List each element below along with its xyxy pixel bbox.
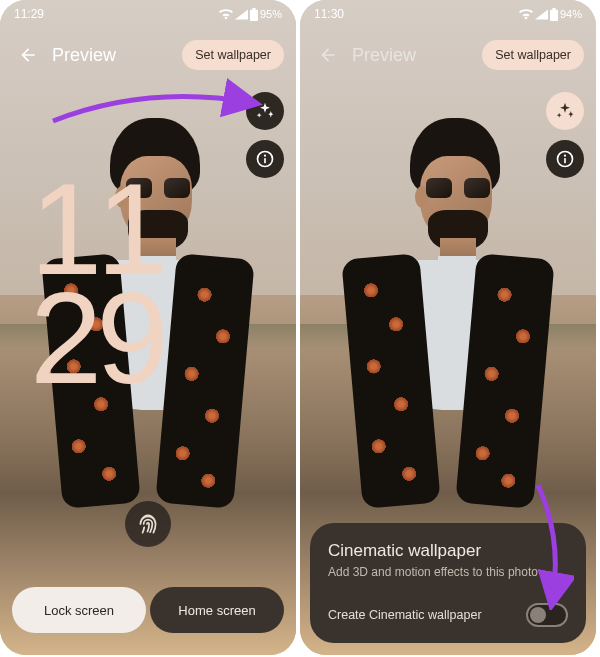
phone-screen-left: 11:29 95% Preview Set wallpaper 11 29 Lo… [0, 0, 296, 655]
clock-minute: 29 [30, 284, 163, 393]
sparkle-icon [255, 101, 275, 121]
toggle-label: Create Cinematic wallpaper [328, 608, 482, 622]
back-arrow-icon [318, 45, 338, 65]
battery-icon [550, 8, 558, 21]
fingerprint-button[interactable] [125, 501, 171, 547]
phone-screen-right: 11:30 94% Preview Set wallpaper Cinemati… [300, 0, 596, 655]
side-icons [246, 92, 284, 178]
info-icon [555, 149, 575, 169]
status-icons: 95% [219, 8, 282, 21]
status-bar: 11:29 95% [0, 0, 296, 28]
wifi-icon [519, 9, 533, 20]
cinematic-panel: Cinematic wallpaper Add 3D and motion ef… [310, 523, 586, 643]
svg-point-4 [564, 155, 566, 157]
back-button[interactable] [12, 39, 44, 71]
sparkle-icon [555, 101, 575, 121]
back-arrow-icon [18, 45, 38, 65]
panel-title: Cinematic wallpaper [328, 541, 568, 561]
page-title: Preview [352, 45, 482, 66]
header: Preview Set wallpaper [0, 30, 296, 80]
status-time: 11:29 [14, 7, 44, 21]
effects-button[interactable] [246, 92, 284, 130]
tab-home-screen[interactable]: Home screen [150, 587, 284, 633]
panel-subtitle: Add 3D and motion effects to this photo [328, 565, 568, 579]
tab-lock-screen[interactable]: Lock screen [12, 587, 146, 633]
wallpaper-person [318, 118, 578, 518]
back-button[interactable] [312, 39, 344, 71]
info-icon [255, 149, 275, 169]
svg-point-1 [264, 155, 266, 157]
fingerprint-icon [135, 511, 161, 537]
cinematic-toggle[interactable] [526, 603, 568, 627]
lock-clock: 11 29 [30, 175, 163, 393]
page-title: Preview [52, 45, 182, 66]
status-time: 11:30 [314, 7, 344, 21]
signal-icon [535, 9, 548, 20]
battery-percent: 94% [560, 8, 582, 20]
svg-rect-2 [264, 158, 266, 163]
wifi-icon [219, 9, 233, 20]
info-button[interactable] [546, 140, 584, 178]
bottom-tabs: Lock screen Home screen [12, 587, 284, 633]
svg-rect-5 [564, 158, 566, 163]
effects-button[interactable] [546, 92, 584, 130]
info-button[interactable] [246, 140, 284, 178]
battery-icon [250, 8, 258, 21]
set-wallpaper-button[interactable]: Set wallpaper [182, 40, 284, 70]
battery-percent: 95% [260, 8, 282, 20]
set-wallpaper-button[interactable]: Set wallpaper [482, 40, 584, 70]
header: Preview Set wallpaper [300, 30, 596, 80]
signal-icon [235, 9, 248, 20]
side-icons [546, 92, 584, 178]
status-bar: 11:30 94% [300, 0, 596, 28]
status-icons: 94% [519, 8, 582, 21]
